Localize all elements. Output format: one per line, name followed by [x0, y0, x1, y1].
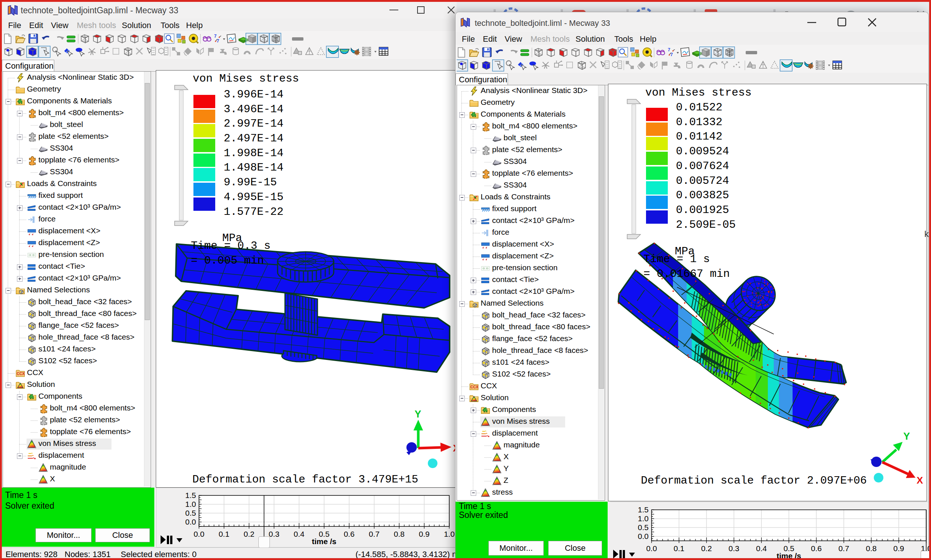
svg-text:0.6: 0.6: [344, 530, 354, 538]
svg-text:X: X: [917, 475, 923, 486]
svg-text:0.0: 0.0: [638, 532, 649, 540]
svg-text:Y: Y: [903, 431, 910, 442]
svg-text:0.2: 0.2: [701, 544, 712, 552]
svg-text:0.8: 0.8: [866, 544, 877, 552]
svg-text:0.4: 0.4: [294, 530, 305, 538]
svg-text:0.7: 0.7: [369, 530, 380, 538]
svg-text:0.7: 0.7: [838, 544, 849, 552]
svg-text:1.5: 1.5: [185, 491, 196, 500]
svg-text:0.3: 0.3: [729, 544, 739, 552]
svg-text:time /s: time /s: [777, 552, 802, 560]
svg-text:0.0: 0.0: [194, 530, 204, 538]
svg-text:1.0: 1.0: [185, 500, 196, 508]
svg-text:0.1: 0.1: [674, 544, 685, 552]
svg-text:1.0: 1.0: [638, 514, 649, 523]
svg-text:1.0: 1.0: [444, 530, 454, 538]
svg-text:1.5: 1.5: [638, 505, 649, 514]
svg-text:0.6: 0.6: [811, 544, 822, 552]
svg-text:0.2: 0.2: [244, 530, 254, 538]
svg-text:Y: Y: [415, 409, 421, 420]
svg-text:0.9: 0.9: [893, 544, 904, 552]
svg-text:0.4: 0.4: [756, 544, 767, 552]
svg-text:time /s: time /s: [312, 537, 337, 546]
svg-text:0.8: 0.8: [394, 530, 405, 538]
svg-text:0.5: 0.5: [638, 523, 649, 532]
svg-text:0.0: 0.0: [185, 518, 196, 526]
svg-text:0.5: 0.5: [185, 509, 196, 517]
svg-text:0.1: 0.1: [219, 530, 229, 538]
svg-text:0.9: 0.9: [419, 530, 430, 538]
svg-text:0.3: 0.3: [269, 530, 279, 538]
svg-text:0.0: 0.0: [646, 544, 657, 552]
